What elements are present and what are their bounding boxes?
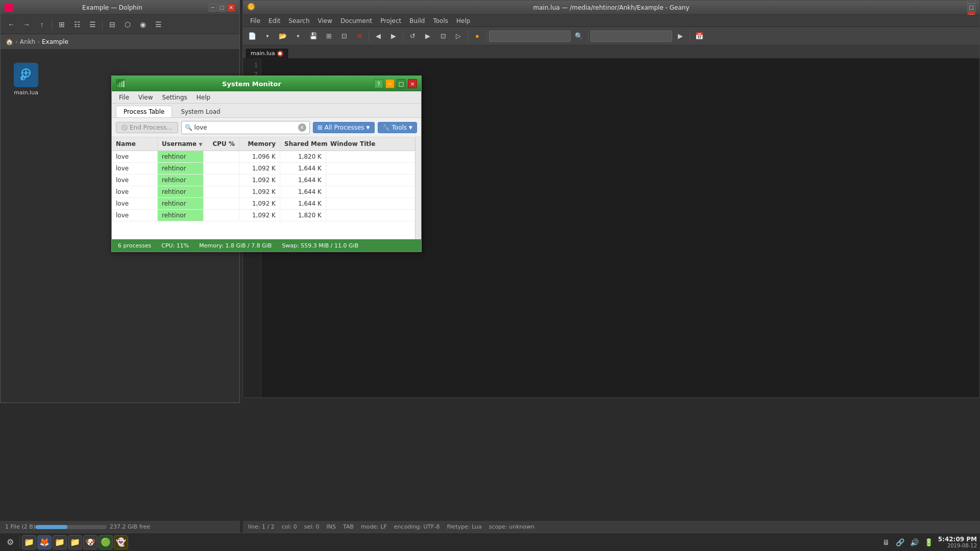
header-shared-mem[interactable]: Shared Mem <box>280 137 326 151</box>
table-row[interactable]: love rehtinor 1,092 K 1,644 K <box>112 186 421 198</box>
geany-search-input[interactable] <box>489 31 571 42</box>
header-memory[interactable]: Memory <box>239 137 280 151</box>
open-file-button[interactable]: 📂 <box>276 29 290 43</box>
header-window-title[interactable]: Window Title <box>326 137 421 151</box>
sysmon-menu-view[interactable]: View <box>134 93 157 102</box>
start-menu-button[interactable]: ⚙ <box>3 535 17 549</box>
table-row[interactable]: love rehtinor 1,092 K 1,820 K <box>112 210 421 221</box>
build-button[interactable]: ↺ <box>405 29 420 43</box>
tools-button[interactable]: 🔧 Tools ▼ <box>378 122 417 133</box>
geany-minimize-button[interactable]: − <box>967 0 975 4</box>
geany-menu-tools[interactable]: Tools <box>429 16 452 26</box>
end-process-button[interactable]: End Process... <box>116 122 178 133</box>
tab-process-table[interactable]: Process Table <box>116 106 172 117</box>
header-name[interactable]: Name <box>112 137 158 151</box>
close-all-button[interactable]: ✕ <box>352 29 366 43</box>
table-row[interactable]: love rehtinor 1,092 K 1,644 K <box>112 198 421 210</box>
search-execute-button[interactable]: 🔍 <box>572 29 586 43</box>
sysmon-menu-help[interactable]: Help <box>192 93 214 102</box>
more-button[interactable]: ☰ <box>152 18 165 31</box>
tray-icon-battery[interactable]: 🔋 <box>924 537 934 547</box>
app-btn-5[interactable]: 🟢 <box>99 535 113 549</box>
cell-username: rehtinor <box>158 163 204 174</box>
geany-menu-help[interactable]: Help <box>452 16 474 26</box>
save-button[interactable]: 💾 <box>306 29 321 43</box>
app-btn-0[interactable]: 📁 <box>22 535 36 549</box>
status-encoding: encoding: UTF-8 <box>394 523 440 530</box>
up-button[interactable]: ↑ <box>35 18 48 31</box>
app-btn-6[interactable]: 👻 <box>114 535 128 549</box>
app-btn-4[interactable]: 🐶 <box>83 535 97 549</box>
breadcrumb-ankh[interactable]: Ankh <box>20 38 35 45</box>
table-row[interactable]: love rehtinor 1,092 K 1,644 K <box>112 174 421 186</box>
search-icon: 🔍 <box>185 124 192 131</box>
app-btn-2[interactable]: 📁 <box>53 535 67 549</box>
table-row[interactable]: love rehtinor 1,092 K 1,644 K <box>112 163 421 174</box>
tray-icon-1[interactable]: 🖥 <box>881 537 891 547</box>
tray-icon-volume[interactable]: 🔊 <box>910 537 920 547</box>
all-processes-dropdown[interactable]: ⊞ All Processes ▼ <box>313 122 375 133</box>
geany-menu-file[interactable]: File <box>246 16 264 26</box>
file-icon-main-lua[interactable]: main.lua <box>11 60 41 99</box>
close-current-button[interactable]: ⊡ <box>337 29 351 43</box>
geany-menu-build[interactable]: Build <box>405 16 429 26</box>
sysmon-help-button[interactable]: ? <box>374 79 383 88</box>
show-hidden-button[interactable]: ◉ <box>136 18 150 31</box>
geany-tabs: main.lua ● <box>243 45 979 59</box>
list-view-button[interactable]: ☰ <box>86 18 99 31</box>
geany-menu-project[interactable]: Project <box>376 16 405 26</box>
app-btn-3[interactable]: 📁 <box>68 535 82 549</box>
header-username[interactable]: Username ▼ <box>158 137 204 151</box>
sysmon-scrollbar[interactable] <box>415 137 421 239</box>
sysmon-search-box[interactable]: 🔍 love × <box>181 121 310 134</box>
geany-maximize-button[interactable]: □ <box>967 4 975 12</box>
geany-menu-search[interactable]: Search <box>284 16 313 26</box>
dolphin-close-button[interactable]: × <box>227 4 235 12</box>
geany-replace-input[interactable] <box>591 31 672 42</box>
sysmon-maximize-button[interactable]: □ <box>397 79 406 88</box>
sysmon-content-area: Name Username ▼ CPU % Memory Shared Mem … <box>112 137 421 239</box>
back-button[interactable]: ← <box>5 18 18 31</box>
geany-menu-edit[interactable]: Edit <box>264 16 284 26</box>
new-file-dropdown[interactable]: ▼ <box>260 29 275 43</box>
replace-execute-button[interactable]: ▶ <box>673 29 688 43</box>
icons-view-button[interactable]: ⊞ <box>55 18 68 31</box>
geany-menu-document[interactable]: Document <box>336 16 376 26</box>
prev-buffer-button[interactable]: ◀ <box>371 29 385 43</box>
sysmon-minimize-button[interactable]: − <box>385 79 395 88</box>
forward-button[interactable]: → <box>20 18 33 31</box>
calendar-button[interactable]: 📅 <box>692 29 706 43</box>
cell-shared-mem: 1,644 K <box>280 163 326 174</box>
next-buffer-button[interactable]: ▶ <box>386 29 401 43</box>
terminal-button[interactable]: ⬡ <box>121 18 134 31</box>
system-clock[interactable]: 5:42:09 PM 2019-08-12 <box>938 536 977 548</box>
dolphin-maximize-button[interactable]: □ <box>218 4 226 12</box>
sysmon-close-button[interactable]: × <box>408 79 417 88</box>
stop-button[interactable]: ⊡ <box>436 29 450 43</box>
tray-icon-network[interactable]: 🔗 <box>895 537 905 547</box>
new-file-button[interactable]: 📄 <box>245 29 259 43</box>
split-view-button[interactable]: ⊟ <box>106 18 119 31</box>
dolphin-minimize-button[interactable]: − <box>209 4 217 12</box>
sysmon-menu-settings[interactable]: Settings <box>158 93 191 102</box>
save-all-button[interactable]: ⊞ <box>322 29 336 43</box>
open-file-dropdown[interactable]: ▼ <box>291 29 305 43</box>
tab-main-lua[interactable]: main.lua ● <box>245 48 289 58</box>
run-button[interactable]: ▶ <box>421 29 435 43</box>
color-button[interactable]: ● <box>470 29 484 43</box>
table-row[interactable]: love rehtinor 1,096 K 1,820 K <box>112 151 421 163</box>
tab-system-load[interactable]: System Load <box>173 106 228 117</box>
header-cpu[interactable]: CPU % <box>204 137 239 151</box>
tab-close-button[interactable]: ● <box>277 51 283 57</box>
search-clear-button[interactable]: × <box>298 123 306 132</box>
tools-icon: 🔧 <box>382 124 390 131</box>
breadcrumb-example[interactable]: Example <box>42 38 68 45</box>
sysmon-menu-file[interactable]: File <box>115 93 133 102</box>
breadcrumb-home[interactable]: 🏠 <box>6 38 13 45</box>
debug-button[interactable]: ▷ <box>451 29 465 43</box>
status-tab: TAB <box>343 523 354 530</box>
geany-menu-view[interactable]: View <box>314 16 336 26</box>
compact-view-button[interactable]: ☷ <box>70 18 84 31</box>
toolbar-sep-6 <box>690 31 690 42</box>
app-btn-1[interactable]: 🦊 <box>37 535 52 549</box>
